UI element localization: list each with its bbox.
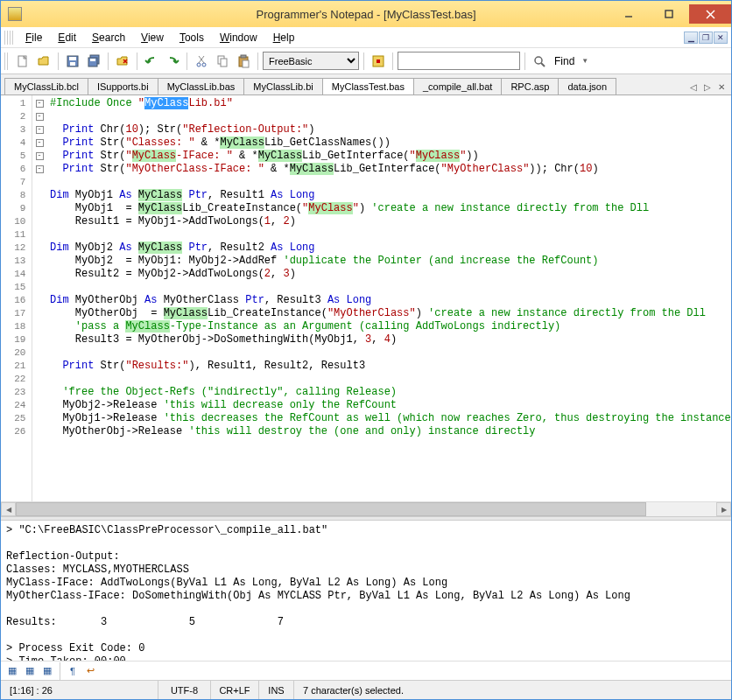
menu-help[interactable]: Help — [266, 30, 302, 46]
menubar: File Edit Search View Tools Window Help … — [1, 27, 731, 48]
app-icon — [8, 7, 22, 21]
menu-window[interactable]: Window — [213, 30, 264, 46]
paste-button[interactable] — [234, 52, 253, 71]
scroll-thumb[interactable] — [16, 502, 646, 516]
copy-button[interactable] — [213, 52, 232, 71]
cut-button[interactable] — [192, 52, 211, 71]
bookmark-toggle-button[interactable]: ▦ — [4, 663, 20, 679]
toolbar-gripper-icon — [4, 52, 10, 70]
fold-gutter[interactable]: - - - - - - — [32, 95, 46, 501]
window-titlebar: Programmer's Notepad - [MyClassTest.bas] — [1, 1, 731, 27]
tab-myclasslib-bas[interactable]: MyClassLib.bas — [158, 78, 245, 94]
menu-file[interactable]: File — [18, 30, 49, 46]
tab-myclasslib-bi[interactable]: MyClassLib.bi — [243, 78, 322, 94]
find-dropdown-icon[interactable]: ▼ — [580, 57, 588, 65]
bookmark-next-button[interactable]: ▦ — [22, 663, 38, 679]
open-file-button[interactable] — [34, 52, 53, 71]
menu-search[interactable]: Search — [85, 30, 132, 46]
svg-line-26 — [541, 63, 545, 66]
status-position: [1:16] : 26 — [1, 681, 158, 699]
menu-tools[interactable]: Tools — [172, 30, 211, 46]
language-combo[interactable]: FreeBasic — [263, 52, 359, 70]
tab-myclasstest-bas[interactable]: MyClassTest.bas — [322, 78, 414, 94]
new-file-button[interactable] — [13, 52, 32, 71]
tab-isupports-bi[interactable]: ISupports.bi — [88, 78, 158, 94]
menubar-gripper-icon — [4, 31, 13, 45]
svg-point-14 — [197, 63, 201, 66]
svg-rect-7 — [69, 57, 76, 60]
svg-rect-21 — [241, 55, 246, 58]
status-lineending: CR+LF — [211, 681, 259, 699]
find-icon[interactable] — [530, 52, 549, 71]
whitespace-toggle-button[interactable]: ¶ — [65, 663, 81, 679]
menu-view[interactable]: View — [134, 30, 171, 46]
status-message: 7 character(s) selected. — [294, 681, 731, 699]
window-buttons — [609, 4, 731, 24]
window-title: Programmer's Notepad - [MyClassTest.bas] — [256, 8, 475, 21]
maximize-button[interactable] — [649, 4, 689, 24]
redo-button[interactable] — [163, 52, 182, 71]
find-input[interactable] — [398, 52, 520, 70]
editor-horizontal-scrollbar[interactable]: ◀ ▶ — [1, 501, 731, 516]
code-editor[interactable]: 1 2 3 4 5 6 7 8 9 10 11 12 13 14 15 16 1… — [1, 95, 731, 501]
tab-scroll-right-button[interactable]: ▷ — [701, 82, 714, 92]
mdi-minimize-button[interactable]: ▁ — [684, 32, 698, 44]
svg-point-25 — [535, 57, 542, 64]
bookmark-prev-button[interactable]: ▦ — [39, 663, 55, 679]
mdi-close-button[interactable]: ✕ — [714, 32, 728, 44]
svg-rect-11 — [90, 59, 95, 61]
menu-edit[interactable]: Edit — [51, 30, 83, 46]
line-number-gutter: 1 2 3 4 5 6 7 8 9 10 11 12 13 14 15 16 1… — [1, 95, 32, 501]
wordwrap-toggle-button[interactable]: ↩ — [82, 663, 98, 679]
tab-close-button[interactable]: ✕ — [715, 82, 728, 92]
tab-data-json[interactable]: data.json — [558, 78, 616, 94]
svg-point-15 — [202, 63, 206, 66]
svg-rect-22 — [243, 60, 249, 67]
save-all-button[interactable] — [84, 52, 103, 71]
close-file-button[interactable] — [113, 52, 132, 71]
toolbar: FreeBasic Find ▼ — [1, 48, 731, 74]
statusbar: [1:16] : 26 UTF-8 CR+LF INS 7 character(… — [1, 680, 731, 699]
svg-rect-8 — [70, 62, 75, 66]
scheme-button[interactable] — [369, 52, 388, 71]
save-button[interactable] — [63, 52, 82, 71]
undo-button[interactable] — [142, 52, 161, 71]
find-label: Find — [551, 55, 578, 67]
document-tabbar: MyClassLib.bcl ISupports.bi MyClassLib.b… — [1, 74, 731, 95]
status-encoding: UTF-8 — [158, 681, 211, 699]
tab-scroll-left-button[interactable]: ◁ — [687, 82, 700, 92]
close-button[interactable] — [689, 4, 731, 24]
svg-rect-24 — [377, 60, 380, 63]
svg-rect-19 — [221, 59, 227, 66]
bottom-toolbar: ▦ ▦ ▦ ¶ ↩ — [1, 661, 731, 680]
scroll-right-button[interactable]: ▶ — [716, 502, 731, 516]
scroll-left-button[interactable]: ◀ — [1, 502, 16, 516]
svg-rect-1 — [665, 10, 672, 18]
code-content[interactable]: #Include Once "MyClassLib.bi" Print Chr(… — [46, 95, 731, 501]
tab-myclasslib-bcl[interactable]: MyClassLib.bcl — [4, 78, 88, 94]
minimize-button[interactable] — [609, 4, 649, 24]
tab-compile-all-bat[interactable]: _compile_all.bat — [413, 78, 503, 94]
status-insert-mode: INS — [259, 681, 294, 699]
tab-rpc-asp[interactable]: RPC.asp — [501, 78, 559, 94]
mdi-restore-button[interactable]: ❐ — [699, 32, 713, 44]
output-pane[interactable]: > "C:\FreeBASIC\ClassPreProcessor\_compi… — [1, 521, 731, 661]
